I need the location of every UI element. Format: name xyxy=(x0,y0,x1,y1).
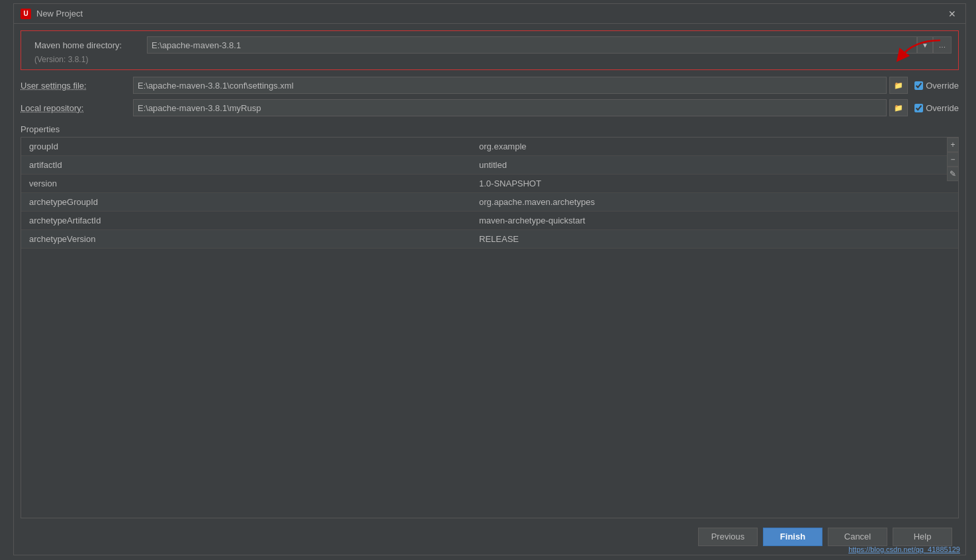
close-button[interactable]: ✕ xyxy=(946,7,959,20)
override1-area: Override xyxy=(914,81,959,91)
prop-key: archetypeGroupId xyxy=(21,197,471,207)
help-button[interactable]: Help xyxy=(893,528,952,546)
table-row[interactable]: groupIdorg.example xyxy=(21,138,958,156)
title-bar: U New Project ✕ xyxy=(14,4,965,24)
override1-label: Override xyxy=(926,81,959,91)
local-repo-input[interactable] xyxy=(133,99,887,116)
maven-home-input[interactable] xyxy=(147,36,917,54)
cancel-button[interactable]: Cancel xyxy=(828,528,887,546)
maven-home-dropdown-btn[interactable]: ▼ xyxy=(917,36,933,54)
url-bar: https://blog.csdn.net/qq_41885129 xyxy=(843,544,965,555)
new-project-dialog: U New Project ✕ Maven home directory: ▼ … xyxy=(13,3,966,555)
prop-value: maven-archetype-quickstart xyxy=(471,216,958,225)
table-side-buttons: + − ✎ xyxy=(947,138,959,181)
prop-value: untitled xyxy=(471,160,958,170)
app-icon: U xyxy=(21,9,31,19)
prop-key: groupId xyxy=(21,141,471,151)
override2-checkbox[interactable] xyxy=(914,104,923,112)
prop-value: 1.0-SNAPSHOT xyxy=(471,179,958,188)
prop-value: org.apache.maven.archetypes xyxy=(471,197,958,207)
user-settings-input-wrapper: 📁 Override xyxy=(133,77,959,94)
properties-header: Properties xyxy=(14,119,965,137)
local-repo-input-wrapper: 📁 Override xyxy=(133,99,959,116)
dialog-title: New Project xyxy=(36,9,946,19)
table-row[interactable]: artifactIduntitled xyxy=(21,156,958,175)
prop-value: org.example xyxy=(471,141,958,151)
previous-button[interactable]: Previous xyxy=(698,528,758,546)
prop-key: archetypeVersion xyxy=(21,234,471,244)
remove-property-btn[interactable]: − xyxy=(947,152,959,167)
properties-table: groupIdorg.exampleartifactIduntitledvers… xyxy=(21,137,959,518)
maven-home-row: Maven home directory: ▼ … xyxy=(28,36,952,54)
prop-key: artifactId xyxy=(21,160,471,170)
dialog-content: Maven home directory: ▼ … (Version: 3.8.… xyxy=(14,24,965,555)
override2-label: Override xyxy=(926,103,959,113)
finish-button[interactable]: Finish xyxy=(763,528,822,546)
local-repo-row: Local repository: 📁 Override xyxy=(14,97,965,119)
local-repo-label: Local repository: xyxy=(21,103,133,113)
properties-table-inner: groupIdorg.exampleartifactIduntitledvers… xyxy=(21,138,958,518)
maven-home-label: Maven home directory: xyxy=(28,40,147,50)
prop-key: archetypeArtifactId xyxy=(21,216,471,225)
table-row[interactable]: version1.0-SNAPSHOT xyxy=(21,175,958,193)
maven-home-section: Maven home directory: ▼ … (Version: 3.8.… xyxy=(21,30,959,70)
add-property-btn[interactable]: + xyxy=(947,138,959,152)
user-settings-label: User settings file: xyxy=(21,81,133,91)
table-row[interactable]: archetypeVersionRELEASE xyxy=(21,230,958,249)
maven-home-browse-btn[interactable]: … xyxy=(933,36,952,54)
prop-value: RELEASE xyxy=(471,234,958,244)
user-settings-input[interactable] xyxy=(133,77,887,94)
edit-property-btn[interactable]: ✎ xyxy=(947,167,959,181)
table-row[interactable]: archetypeArtifactIdmaven-archetype-quick… xyxy=(21,212,958,230)
local-repo-browse-btn[interactable]: 📁 xyxy=(889,99,908,116)
override1-checkbox[interactable] xyxy=(914,81,923,90)
user-settings-browse-btn[interactable]: 📁 xyxy=(889,77,908,94)
table-row[interactable]: archetypeGroupIdorg.apache.maven.archety… xyxy=(21,193,958,212)
maven-version-text: (Version: 3.8.1) xyxy=(28,55,952,64)
user-settings-row: User settings file: 📁 Override xyxy=(14,74,965,97)
prop-key: version xyxy=(21,179,471,188)
override2-area: Override xyxy=(914,103,959,113)
maven-home-input-area: ▼ … xyxy=(147,36,952,54)
dialog-footer: Previous Finish Cancel Help xyxy=(14,518,965,555)
